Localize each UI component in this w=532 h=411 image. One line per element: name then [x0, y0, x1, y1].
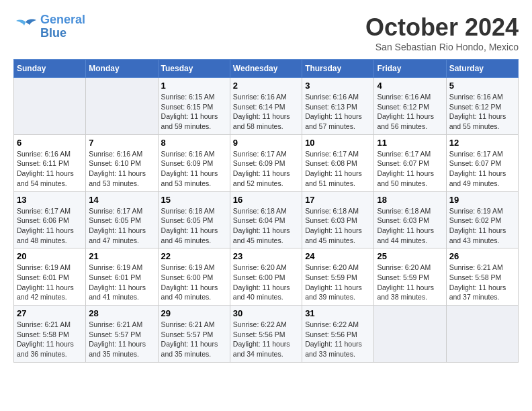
day-info: Sunrise: 6:18 AM Sunset: 6:05 PM Dayligh…: [161, 206, 227, 246]
day-number: 3: [305, 81, 371, 91]
day-cell: [374, 306, 446, 363]
title-block: October 2024 San Sebastian Rio Hondo, Me…: [365, 13, 519, 52]
day-info: Sunrise: 6:17 AM Sunset: 6:07 PM Dayligh…: [377, 149, 443, 189]
day-info: Sunrise: 6:20 AM Sunset: 5:59 PM Dayligh…: [305, 263, 371, 302]
day-number: 28: [89, 308, 154, 318]
week-row-3: 13 Sunrise: 6:17 AM Sunset: 6:06 PM Dayl…: [14, 191, 519, 248]
day-number: 9: [233, 138, 299, 148]
day-cell: 6 Sunrise: 6:16 AM Sunset: 6:11 PM Dayli…: [14, 134, 86, 191]
weekday-header-row: SundayMondayTuesdayWednesdayThursdayFrid…: [14, 60, 519, 78]
day-info: Sunrise: 6:19 AM Sunset: 6:02 PM Dayligh…: [449, 206, 515, 246]
day-cell: 20 Sunrise: 6:19 AM Sunset: 6:01 PM Dayl…: [14, 248, 86, 306]
day-info: Sunrise: 6:17 AM Sunset: 6:07 PM Dayligh…: [449, 149, 515, 189]
day-number: 7: [89, 138, 154, 148]
day-number: 5: [449, 81, 515, 91]
day-cell: [14, 78, 86, 135]
day-info: Sunrise: 6:19 AM Sunset: 6:01 PM Dayligh…: [89, 263, 154, 302]
day-number: 30: [233, 308, 299, 318]
day-cell: 27 Sunrise: 6:21 AM Sunset: 5:58 PM Dayl…: [14, 306, 86, 363]
day-info: Sunrise: 6:16 AM Sunset: 6:12 PM Dayligh…: [377, 92, 443, 132]
day-info: Sunrise: 6:16 AM Sunset: 6:13 PM Dayligh…: [305, 92, 371, 132]
weekday-tuesday: Tuesday: [158, 60, 230, 78]
day-number: 22: [161, 251, 227, 261]
day-cell: 10 Sunrise: 6:17 AM Sunset: 6:08 PM Dayl…: [302, 134, 374, 191]
week-row-4: 20 Sunrise: 6:19 AM Sunset: 6:01 PM Dayl…: [14, 248, 519, 306]
day-info: Sunrise: 6:21 AM Sunset: 5:58 PM Dayligh…: [449, 263, 515, 302]
day-info: Sunrise: 6:16 AM Sunset: 6:11 PM Dayligh…: [17, 149, 83, 189]
day-cell: 17 Sunrise: 6:18 AM Sunset: 6:03 PM Dayl…: [302, 191, 374, 248]
day-cell: 28 Sunrise: 6:21 AM Sunset: 5:57 PM Dayl…: [86, 306, 158, 363]
logo-text: General Blue: [40, 13, 85, 40]
weekday-monday: Monday: [86, 60, 158, 78]
day-cell: 24 Sunrise: 6:20 AM Sunset: 5:59 PM Dayl…: [302, 248, 374, 306]
day-number: 24: [305, 251, 371, 261]
day-number: 12: [449, 138, 515, 148]
day-info: Sunrise: 6:17 AM Sunset: 6:06 PM Dayligh…: [17, 206, 83, 246]
day-info: Sunrise: 6:17 AM Sunset: 6:09 PM Dayligh…: [233, 149, 299, 189]
day-info: Sunrise: 6:22 AM Sunset: 5:56 PM Dayligh…: [233, 320, 299, 359]
day-info: Sunrise: 6:20 AM Sunset: 5:59 PM Dayligh…: [377, 263, 443, 302]
day-info: Sunrise: 6:19 AM Sunset: 6:00 PM Dayligh…: [161, 263, 227, 302]
day-info: Sunrise: 6:21 AM Sunset: 5:57 PM Dayligh…: [161, 320, 227, 359]
day-cell: 16 Sunrise: 6:18 AM Sunset: 6:04 PM Dayl…: [230, 191, 302, 248]
week-row-5: 27 Sunrise: 6:21 AM Sunset: 5:58 PM Dayl…: [14, 306, 519, 363]
day-number: 14: [89, 195, 154, 205]
week-row-1: 1 Sunrise: 6:15 AM Sunset: 6:15 PM Dayli…: [14, 78, 519, 135]
day-number: 2: [233, 81, 299, 91]
day-number: 4: [377, 81, 443, 91]
day-info: Sunrise: 6:19 AM Sunset: 6:01 PM Dayligh…: [17, 263, 83, 302]
day-number: 20: [17, 251, 83, 261]
day-info: Sunrise: 6:21 AM Sunset: 5:57 PM Dayligh…: [89, 320, 154, 359]
day-cell: 11 Sunrise: 6:17 AM Sunset: 6:07 PM Dayl…: [374, 134, 446, 191]
day-cell: 14 Sunrise: 6:17 AM Sunset: 6:05 PM Dayl…: [86, 191, 158, 248]
day-cell: 9 Sunrise: 6:17 AM Sunset: 6:09 PM Dayli…: [230, 134, 302, 191]
logo-icon: [13, 17, 38, 37]
day-info: Sunrise: 6:16 AM Sunset: 6:12 PM Dayligh…: [449, 92, 515, 132]
day-number: 16: [233, 195, 299, 205]
weekday-thursday: Thursday: [302, 60, 374, 78]
day-cell: 7 Sunrise: 6:16 AM Sunset: 6:10 PM Dayli…: [86, 134, 158, 191]
logo: General Blue: [13, 13, 85, 40]
day-info: Sunrise: 6:21 AM Sunset: 5:58 PM Dayligh…: [17, 320, 83, 359]
day-info: Sunrise: 6:17 AM Sunset: 6:08 PM Dayligh…: [305, 149, 371, 189]
weekday-saturday: Saturday: [446, 60, 518, 78]
day-cell: 18 Sunrise: 6:18 AM Sunset: 6:03 PM Dayl…: [374, 191, 446, 248]
day-info: Sunrise: 6:18 AM Sunset: 6:03 PM Dayligh…: [377, 206, 443, 246]
day-number: 29: [161, 308, 227, 318]
day-cell: 13 Sunrise: 6:17 AM Sunset: 6:06 PM Dayl…: [14, 191, 86, 248]
day-cell: 26 Sunrise: 6:21 AM Sunset: 5:58 PM Dayl…: [446, 248, 518, 306]
day-cell: 4 Sunrise: 6:16 AM Sunset: 6:12 PM Dayli…: [374, 78, 446, 135]
day-info: Sunrise: 6:16 AM Sunset: 6:10 PM Dayligh…: [89, 149, 154, 189]
day-number: 13: [17, 195, 83, 205]
day-info: Sunrise: 6:18 AM Sunset: 6:03 PM Dayligh…: [305, 206, 371, 246]
day-cell: 2 Sunrise: 6:16 AM Sunset: 6:14 PM Dayli…: [230, 78, 302, 135]
day-cell: 31 Sunrise: 6:22 AM Sunset: 5:56 PM Dayl…: [302, 306, 374, 363]
day-number: 18: [377, 195, 443, 205]
day-number: 21: [89, 251, 154, 261]
day-cell: 22 Sunrise: 6:19 AM Sunset: 6:00 PM Dayl…: [158, 248, 230, 306]
day-cell: 29 Sunrise: 6:21 AM Sunset: 5:57 PM Dayl…: [158, 306, 230, 363]
day-number: 31: [305, 308, 371, 318]
day-cell: 25 Sunrise: 6:20 AM Sunset: 5:59 PM Dayl…: [374, 248, 446, 306]
day-number: 17: [305, 195, 371, 205]
calendar-body: 1 Sunrise: 6:15 AM Sunset: 6:15 PM Dayli…: [14, 78, 519, 363]
day-number: 1: [161, 81, 227, 91]
day-cell: 30 Sunrise: 6:22 AM Sunset: 5:56 PM Dayl…: [230, 306, 302, 363]
location: San Sebastian Rio Hondo, Mexico: [365, 42, 519, 52]
day-number: 6: [17, 138, 83, 148]
day-info: Sunrise: 6:16 AM Sunset: 6:14 PM Dayligh…: [233, 92, 299, 132]
day-cell: 21 Sunrise: 6:19 AM Sunset: 6:01 PM Dayl…: [86, 248, 158, 306]
day-info: Sunrise: 6:20 AM Sunset: 6:00 PM Dayligh…: [233, 263, 299, 302]
day-cell: [86, 78, 158, 135]
day-cell: 8 Sunrise: 6:16 AM Sunset: 6:09 PM Dayli…: [158, 134, 230, 191]
day-cell: [446, 306, 518, 363]
day-cell: 15 Sunrise: 6:18 AM Sunset: 6:05 PM Dayl…: [158, 191, 230, 248]
day-number: 23: [233, 251, 299, 261]
day-number: 26: [449, 251, 515, 261]
day-info: Sunrise: 6:15 AM Sunset: 6:15 PM Dayligh…: [161, 92, 227, 132]
day-number: 25: [377, 251, 443, 261]
day-number: 27: [17, 308, 83, 318]
day-info: Sunrise: 6:17 AM Sunset: 6:05 PM Dayligh…: [89, 206, 154, 246]
day-info: Sunrise: 6:18 AM Sunset: 6:04 PM Dayligh…: [233, 206, 299, 246]
day-info: Sunrise: 6:16 AM Sunset: 6:09 PM Dayligh…: [161, 149, 227, 189]
